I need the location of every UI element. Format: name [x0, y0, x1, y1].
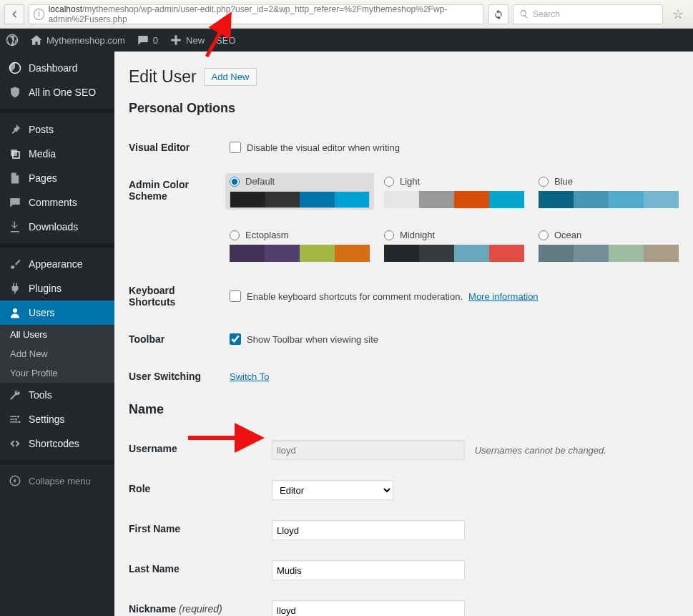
label-username: Username: [129, 430, 272, 470]
sidebar-item-dashboard[interactable]: Dashboard: [0, 56, 114, 80]
info-icon: i: [34, 9, 44, 20]
visual-editor-checkbox[interactable]: [230, 142, 241, 153]
scheme-radio[interactable]: [539, 177, 549, 187]
scheme-radio[interactable]: [230, 177, 240, 187]
shortcuts-checkbox[interactable]: [230, 290, 241, 302]
toolbar-checkbox[interactable]: [230, 333, 241, 345]
scheme-swatches: [539, 245, 679, 262]
scheme-radio[interactable]: [539, 230, 549, 240]
scheme-swatches: [539, 191, 679, 208]
site-name: Mythemeshop.com: [46, 35, 125, 46]
page-icon: [9, 172, 21, 185]
label-toolbar: Toolbar: [129, 321, 230, 358]
label-shortcuts: Keyboard Shortcuts: [129, 272, 230, 321]
sidebar-sub-your-profile[interactable]: Your Profile: [0, 363, 114, 383]
sidebar-item-settings[interactable]: Settings: [0, 407, 114, 431]
wp-logo[interactable]: [6, 34, 19, 47]
admin-menu: DashboardAll in One SEOPostsMediaPagesCo…: [0, 52, 114, 616]
scheme-swatches: [230, 245, 370, 262]
section-name: Name: [129, 402, 679, 417]
dashboard-icon: [9, 62, 21, 74]
label-visual-editor: Visual Editor: [129, 129, 230, 166]
sidebar-item-appearance[interactable]: Appearance: [0, 252, 114, 276]
scheme-name: Ocean: [554, 230, 581, 240]
sidebar-item-users[interactable]: Users: [0, 300, 114, 325]
bookmark-button[interactable]: ☆: [667, 6, 689, 22]
wp-admin-bar: Mythemeshop.com 0 New SEO: [0, 29, 693, 52]
role-select[interactable]: Editor: [272, 480, 393, 500]
home-icon: [30, 34, 43, 47]
back-button[interactable]: [4, 4, 24, 24]
switch-to-link[interactable]: Switch To: [230, 371, 269, 382]
sidebar-item-comments[interactable]: Comments: [0, 190, 114, 215]
label-first-name: First Name: [129, 510, 272, 550]
comment-icon: [9, 196, 21, 209]
sidebar-item-tools[interactable]: Tools: [0, 383, 114, 407]
sidebar-item-posts[interactable]: Posts: [0, 117, 114, 142]
sidebar-item-label: Pages: [29, 172, 57, 184]
sidebar-item-downloads[interactable]: Downloads: [0, 215, 114, 239]
nickname-input[interactable]: [272, 600, 465, 616]
add-new-button[interactable]: Add New: [204, 68, 257, 86]
last-name-input[interactable]: [272, 560, 465, 580]
scheme-name: Midnight: [400, 230, 435, 240]
download-icon: [9, 220, 21, 233]
plus-icon: [169, 34, 182, 47]
toolbar-text: Show Toolbar when viewing site: [247, 334, 378, 345]
sidebar-item-shortcodes[interactable]: Shortcodes: [0, 431, 114, 456]
wrench-icon: [9, 388, 21, 401]
svg-point-4: [15, 419, 17, 421]
scheme-default[interactable]: Default: [225, 173, 374, 210]
site-link[interactable]: Mythemeshop.com: [30, 34, 125, 47]
sidebar-item-label: Downloads: [29, 221, 78, 233]
scheme-name: Ectoplasm: [245, 230, 289, 240]
search-placeholder: Search: [533, 9, 560, 19]
browser-search[interactable]: Search: [513, 4, 663, 24]
first-name-input[interactable]: [272, 520, 465, 540]
scheme-radio[interactable]: [230, 230, 240, 240]
content-area: Edit User Add New Personal Options Visua…: [114, 52, 693, 616]
new-link[interactable]: New: [169, 34, 205, 47]
search-icon: [519, 9, 529, 19]
label-color-scheme: Admin Color Scheme: [129, 166, 230, 272]
collapse-menu[interactable]: Collapse menu: [0, 469, 114, 493]
scheme-name: Blue: [554, 176, 573, 187]
scheme-radio[interactable]: [384, 177, 394, 187]
visual-editor-text: Disable the visual editor when writing: [247, 142, 400, 153]
scheme-ectoplasm[interactable]: Ectoplasm: [230, 230, 370, 262]
comments-link[interactable]: 0: [137, 34, 158, 47]
url-bar[interactable]: i localhost/mythemeshop/wp-admin/user-ed…: [29, 4, 484, 24]
url-host: localhost: [49, 4, 82, 14]
svg-point-3: [17, 416, 19, 418]
sidebar-item-media[interactable]: Media: [0, 142, 114, 166]
sidebar-item-label: Tools: [29, 389, 52, 401]
seo-label: SEO: [216, 35, 235, 46]
svg-point-2: [13, 308, 17, 313]
username-input: [272, 440, 465, 460]
sidebar-sub-add-new[interactable]: Add New: [0, 344, 114, 363]
scheme-swatches: [384, 245, 524, 262]
sidebar-item-all-in-one-seo[interactable]: All in One SEO: [0, 80, 114, 104]
sidebar-item-plugins[interactable]: Plugins: [0, 276, 114, 300]
url-path: /mythemeshop/wp-admin/user-edit.php?user…: [49, 4, 448, 24]
color-scheme-picker: DefaultLightBlueEctoplasmMidnightOcean: [230, 176, 679, 262]
scheme-name: Default: [245, 176, 275, 187]
media-icon: [9, 147, 21, 160]
shortcuts-more-link[interactable]: More information: [468, 291, 539, 302]
sidebar-sub-all-users[interactable]: All Users: [0, 325, 114, 344]
scheme-blue[interactable]: Blue: [539, 176, 679, 208]
sidebar-item-label: Media: [29, 148, 56, 160]
seo-link[interactable]: SEO: [216, 35, 235, 46]
scheme-midnight[interactable]: Midnight: [384, 230, 524, 262]
sidebar-item-label: Comments: [29, 197, 77, 208]
comment-icon: [137, 34, 149, 47]
brush-icon: [9, 258, 21, 270]
refresh-button[interactable]: [488, 4, 508, 24]
wordpress-icon: [6, 34, 19, 47]
scheme-radio[interactable]: [384, 230, 394, 240]
scheme-name: Light: [400, 176, 420, 187]
scheme-ocean[interactable]: Ocean: [539, 230, 679, 262]
sidebar-item-pages[interactable]: Pages: [0, 166, 114, 190]
sidebar-item-label: Dashboard: [29, 62, 78, 74]
scheme-light[interactable]: Light: [384, 176, 524, 208]
